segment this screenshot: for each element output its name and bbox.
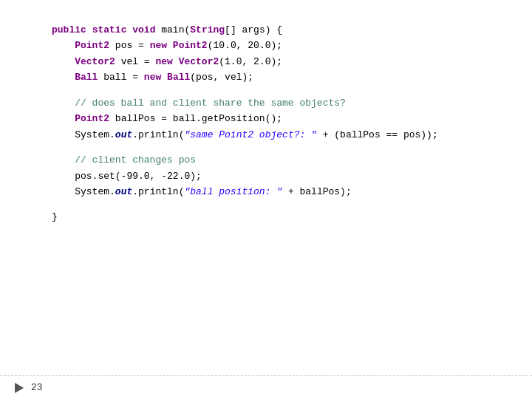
code-line-14: } [52,209,488,225]
code-line-3: Vector2 vel = new Vector2(1.0, 2.0); [52,54,488,69]
bottom-bar: 23 [0,375,532,399]
code-line-10: // client changes pos [52,152,488,168]
code-line-4: Ball ball = new Ball(pos, vel); [52,69,488,85]
code-line-2: Point2 pos = new Point2(10.0, 20.0); [52,38,488,53]
blank-line-1 [52,86,488,95]
slide-number: 23 [31,382,43,393]
code-line-12: System.out.println("ball position: " + b… [52,184,488,200]
blank-line-3 [52,200,488,209]
code-line-1: public static void main(String[] args) { [52,22,488,38]
play-icon[interactable] [15,383,24,393]
code-line-6: // does ball and client share the same o… [52,95,488,111]
code-line-11: pos.set(-99.0, -22.0); [52,168,488,184]
blank-line-2 [52,143,488,152]
code-line-8: System.out.println("same Point2 object?:… [52,127,488,143]
code-line-7: Point2 ballPos = ball.getPosition(); [52,111,488,126]
code-block: public static void main(String[] args) {… [0,0,532,240]
